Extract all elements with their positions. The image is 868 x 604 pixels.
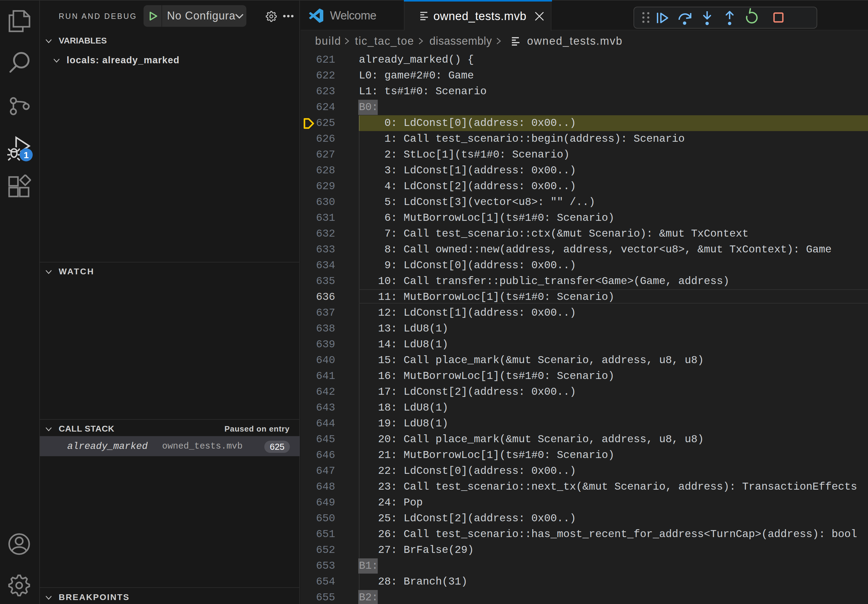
svg-text:1: 1 [24, 150, 29, 160]
